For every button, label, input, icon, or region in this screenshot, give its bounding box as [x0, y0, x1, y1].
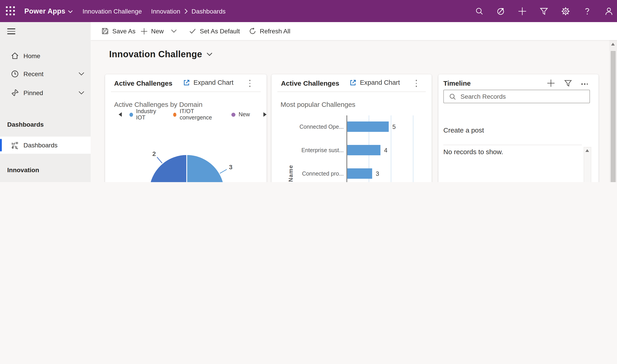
scroll-up-icon[interactable] — [585, 149, 589, 152]
chevron-down-icon[interactable] — [171, 29, 177, 33]
page-title: Innovation Challenge — [109, 49, 202, 60]
chevron-down-icon[interactable] — [79, 91, 84, 95]
power-apps-dashboard: Power Apps Innovation Challenge Innovati… — [0, 0, 617, 182]
search-icon[interactable] — [474, 7, 483, 15]
expand-chart-icon — [349, 79, 356, 86]
checkmark-icon — [189, 27, 196, 35]
divider — [443, 145, 582, 145]
card-active-challenges-bar: Active Challenges Expand Chart Most popu… — [271, 74, 432, 182]
page-scrollbar[interactable] — [609, 40, 617, 182]
clock-icon — [11, 70, 19, 78]
pie-chart-active-challenges-by-domain: 32112 — [105, 119, 267, 182]
set-as-default-button[interactable]: Set As Default — [189, 22, 240, 40]
app-name[interactable]: Power Apps — [24, 0, 65, 22]
selection-indicator — [0, 139, 1, 151]
breadcrumb-dashboards[interactable]: Dashboards — [191, 7, 226, 15]
app-launcher-waffle-icon[interactable] — [6, 6, 15, 16]
legend-dot — [173, 113, 176, 117]
command-label: Set As Default — [200, 27, 240, 35]
command-label: Save As — [112, 27, 135, 35]
card-title: Timeline — [443, 79, 471, 87]
sidebar-section-dashboards: Dashboards — [7, 121, 44, 128]
add-icon[interactable] — [518, 7, 527, 15]
pin-icon — [11, 89, 19, 97]
dashboard-content: Innovation Challenge Active Challenges E… — [91, 40, 617, 182]
svg-text:Connected pro...: Connected pro... — [302, 170, 344, 177]
card-timeline: Timeline Create a post No records to sho… — [438, 74, 599, 182]
search-records-input[interactable] — [460, 92, 590, 101]
account-person-icon[interactable] — [604, 7, 613, 15]
top-bar: Power Apps Innovation Challenge Innovati… — [0, 0, 617, 22]
legend-item[interactable]: IT/OT convergence — [173, 108, 221, 121]
scrollbar-thumb[interactable] — [611, 51, 616, 182]
legend-item[interactable]: New — [231, 111, 250, 118]
svg-text:5: 5 — [392, 124, 396, 130]
sidebar-item-home[interactable]: Home — [0, 47, 91, 65]
svg-text:Name: Name — [288, 165, 294, 182]
divider — [111, 91, 261, 92]
sidebar-item-pinned[interactable]: Pinned — [0, 84, 91, 101]
more-commands-icon[interactable] — [581, 80, 589, 88]
expand-chart-button[interactable]: Expand Chart — [183, 79, 233, 86]
legend-label: New — [239, 111, 250, 118]
more-commands-icon[interactable] — [247, 80, 253, 87]
legend-item[interactable]: Industry IOT — [129, 108, 162, 121]
refresh-all-button[interactable]: Refresh All — [249, 22, 290, 40]
sidebar-section-innovation: Innovation — [7, 166, 39, 174]
search-icon — [449, 93, 456, 100]
command-label: Refresh All — [260, 27, 290, 35]
timeline-search-box[interactable] — [443, 90, 590, 103]
legend-label: IT/OT convergence — [180, 108, 221, 121]
scroll-up-icon[interactable] — [611, 43, 615, 46]
sidebar-item-label: Pinned — [24, 89, 43, 96]
divider — [277, 91, 426, 92]
svg-text:3: 3 — [229, 164, 232, 171]
sidebar-item-recent[interactable]: Recent — [0, 65, 91, 82]
save-as-button[interactable]: Save As — [101, 22, 135, 40]
sidebar-item-dashboards[interactable]: Dashboards — [0, 137, 91, 154]
legend-page-right-icon[interactable] — [263, 112, 267, 117]
sidebar-item-label: Recent — [24, 70, 43, 78]
legend-page-left-icon[interactable] — [119, 112, 122, 117]
chevron-down-icon[interactable] — [79, 72, 84, 76]
home-icon — [11, 52, 19, 60]
svg-text:3: 3 — [376, 170, 379, 177]
more-commands-icon[interactable] — [413, 80, 419, 87]
card-active-challenges-pie: Active Challenges Expand Chart Active Ch… — [105, 74, 267, 182]
app-name-chevron-down-icon[interactable] — [68, 10, 73, 13]
command-bar: Save As New Set As Default Refresh All — [91, 22, 617, 40]
dashboard-selector[interactable]: Innovation Challenge — [109, 49, 213, 60]
legend-dot — [231, 113, 235, 117]
card-title: Active Challenges — [114, 79, 172, 87]
environment-name[interactable]: Innovation Challenge — [82, 0, 142, 22]
insights-icon[interactable] — [496, 7, 505, 15]
breadcrumb: Innovation Dashboards — [151, 0, 226, 22]
breadcrumb-chevron-right-icon — [184, 8, 188, 14]
legend-dot — [129, 113, 133, 117]
empty-state-message: No records to show. — [443, 148, 503, 156]
timeline-add-icon[interactable] — [547, 79, 555, 89]
expand-chart-button[interactable]: Expand Chart — [349, 79, 400, 86]
timeline-filter-icon[interactable] — [564, 79, 572, 89]
create-post-label: Create a post — [443, 126, 484, 134]
bar-chart-most-popular-challenges: 5Connected Ope...4Enterprise sust...3Con… — [271, 113, 432, 182]
new-button[interactable]: New — [140, 22, 177, 40]
expand-chart-icon — [183, 79, 190, 86]
chart-title: Most popular Challenges — [281, 101, 355, 108]
add-icon — [140, 27, 148, 35]
chevron-down-icon — [207, 52, 213, 56]
card-header: Active Challenges Expand Chart — [271, 74, 432, 91]
save-icon — [101, 27, 109, 35]
refresh-icon — [249, 27, 256, 35]
help-icon[interactable] — [583, 7, 592, 15]
timeline-scrollbar[interactable] — [584, 147, 591, 182]
sidebar-item-challenges[interactable]: Challenges — [0, 182, 91, 182]
svg-text:Enterprise sust...: Enterprise sust... — [301, 147, 344, 153]
svg-text:4: 4 — [384, 147, 388, 154]
sidebar: Home Recent Pinned Dashboards — [0, 22, 91, 182]
legend-label: Industry IOT — [136, 108, 162, 121]
breadcrumb-innovation[interactable]: Innovation — [151, 7, 180, 15]
settings-gear-icon[interactable] — [561, 7, 570, 15]
filter-icon[interactable] — [539, 7, 549, 15]
sidebar-collapse-icon[interactable] — [7, 28, 15, 34]
